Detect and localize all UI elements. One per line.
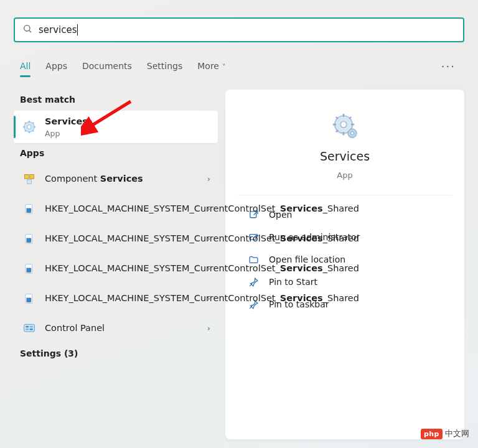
services-gear-icon bbox=[22, 120, 36, 134]
watermark-text: 中文网 bbox=[445, 428, 469, 439]
result-services[interactable]: Services App bbox=[14, 111, 218, 143]
chevron-right-icon: › bbox=[207, 204, 210, 213]
svg-rect-26 bbox=[26, 329, 29, 330]
details-subtitle: App bbox=[337, 170, 352, 180]
tab-all[interactable]: All bbox=[20, 57, 30, 75]
action-label: Pin to Start bbox=[269, 277, 317, 287]
svg-rect-18 bbox=[27, 238, 32, 243]
result-component-services[interactable]: Component Services › bbox=[14, 164, 218, 194]
result-subtitle: App bbox=[45, 129, 210, 138]
svg-point-29 bbox=[340, 121, 347, 128]
apps-header: Apps bbox=[14, 143, 218, 164]
overflow-menu-button[interactable]: ··· bbox=[439, 57, 458, 75]
chevron-down-icon: ˅ bbox=[220, 63, 225, 70]
chevron-right-icon: › bbox=[207, 264, 210, 273]
chevron-right-icon: › bbox=[207, 324, 210, 333]
component-services-icon bbox=[22, 172, 36, 186]
tab-documents[interactable]: Documents bbox=[82, 57, 132, 75]
pin-icon bbox=[248, 276, 259, 287]
svg-line-1 bbox=[29, 30, 31, 32]
result-registry-3[interactable]: HKEY_LOCAL_MACHINE_SYSTEM_CurrentControl… bbox=[14, 254, 218, 284]
chevron-right-icon: › bbox=[207, 294, 210, 303]
settings-header[interactable]: Settings (3) bbox=[14, 343, 218, 365]
svg-rect-20 bbox=[27, 268, 32, 273]
result-title: Control Panel bbox=[45, 322, 199, 335]
result-registry-4[interactable]: HKEY_LOCAL_MACHINE_SYSTEM_CurrentControl… bbox=[14, 284, 218, 314]
svg-point-3 bbox=[27, 125, 31, 129]
registry-file-icon bbox=[22, 292, 36, 306]
watermark-badge: php bbox=[421, 429, 443, 439]
action-pin-start[interactable]: Pin to Start bbox=[241, 271, 448, 292]
result-title: HKEY_LOCAL_MACHINE_SYSTEM_CurrentControl… bbox=[45, 203, 199, 215]
best-match-header: Best match bbox=[14, 90, 218, 111]
svg-line-34 bbox=[336, 117, 338, 119]
text-cursor bbox=[77, 24, 78, 35]
svg-rect-22 bbox=[27, 297, 32, 302]
svg-line-10 bbox=[25, 130, 26, 131]
svg-point-0 bbox=[24, 26, 30, 31]
svg-rect-25 bbox=[30, 325, 33, 327]
control-panel-icon bbox=[22, 322, 36, 335]
result-registry-1[interactable]: HKEY_LOCAL_MACHINE_SYSTEM_CurrentControl… bbox=[14, 194, 218, 224]
svg-rect-24 bbox=[26, 325, 29, 327]
watermark: php 中文网 bbox=[421, 428, 469, 439]
result-title: HKEY_LOCAL_MACHINE_SYSTEM_CurrentControl… bbox=[45, 233, 199, 245]
result-title: Component Services bbox=[45, 173, 199, 185]
result-title: HKEY_LOCAL_MACHINE_SYSTEM_CurrentControl… bbox=[45, 263, 199, 275]
details-title: Services bbox=[320, 149, 370, 163]
result-title: HKEY_LOCAL_MACHINE_SYSTEM_CurrentControl… bbox=[45, 292, 199, 305]
tab-apps[interactable]: Apps bbox=[45, 57, 67, 75]
registry-file-icon bbox=[22, 262, 36, 276]
svg-rect-27 bbox=[30, 329, 33, 330]
svg-rect-16 bbox=[27, 208, 32, 213]
svg-line-9 bbox=[33, 130, 34, 131]
tab-settings[interactable]: Settings bbox=[147, 57, 182, 75]
registry-file-icon bbox=[22, 232, 36, 246]
svg-line-36 bbox=[336, 130, 338, 132]
services-gear-icon bbox=[330, 112, 360, 142]
search-input[interactable]: services bbox=[39, 24, 78, 36]
svg-line-37 bbox=[349, 117, 351, 119]
result-registry-2[interactable]: HKEY_LOCAL_MACHINE_SYSTEM_CurrentControl… bbox=[14, 224, 218, 254]
result-control-panel[interactable]: Control Panel › bbox=[14, 314, 218, 343]
svg-line-8 bbox=[25, 122, 26, 123]
filter-tabs: All Apps Documents Settings More ˅ ··· bbox=[0, 54, 478, 78]
svg-rect-23 bbox=[24, 324, 35, 332]
search-box[interactable]: services bbox=[14, 17, 464, 42]
search-icon bbox=[22, 24, 32, 36]
svg-rect-14 bbox=[27, 179, 32, 184]
svg-point-39 bbox=[351, 132, 354, 135]
chevron-right-icon: › bbox=[207, 234, 210, 243]
result-title: Services bbox=[45, 116, 210, 128]
svg-rect-12 bbox=[25, 174, 29, 179]
registry-file-icon bbox=[22, 202, 36, 216]
svg-rect-13 bbox=[30, 174, 34, 179]
tab-more[interactable]: More ˅ bbox=[197, 57, 225, 75]
svg-line-11 bbox=[33, 122, 34, 123]
chevron-right-icon: › bbox=[207, 174, 210, 184]
